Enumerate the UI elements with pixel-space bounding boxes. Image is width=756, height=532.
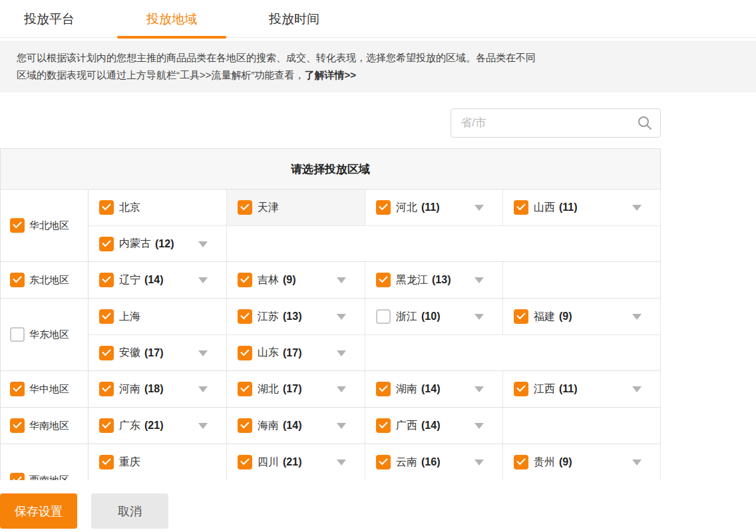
chevron-down-icon[interactable] xyxy=(337,350,346,356)
province-cell[interactable]: 吉林(9) xyxy=(227,262,365,298)
chevron-down-icon[interactable] xyxy=(474,423,484,429)
chevron-down-icon[interactable] xyxy=(198,423,208,429)
province-cell[interactable]: 江苏(13) xyxy=(227,299,365,334)
province-cell[interactable]: 辽宁(14) xyxy=(89,262,227,298)
province-cell[interactable]: 天津 xyxy=(227,190,365,225)
province-cell[interactable]: 北京 xyxy=(89,190,227,225)
province-checkbox[interactable] xyxy=(99,309,114,324)
chevron-down-icon[interactable] xyxy=(337,386,346,392)
province-cell[interactable]: 四川(21) xyxy=(227,444,365,480)
province-checkbox[interactable] xyxy=(376,455,391,469)
chevron-down-icon[interactable] xyxy=(474,386,484,392)
province-checkbox[interactable] xyxy=(238,346,252,360)
province-checkbox[interactable] xyxy=(99,346,114,360)
chevron-down-icon[interactable] xyxy=(337,277,346,283)
province-cell[interactable]: 内蒙古(12) xyxy=(89,226,227,261)
province-checkbox[interactable] xyxy=(99,200,114,215)
province-checkbox[interactable] xyxy=(376,273,391,287)
region-cell[interactable]: 华东地区 xyxy=(1,299,89,370)
province-checkbox[interactable] xyxy=(99,382,114,396)
chevron-down-icon[interactable] xyxy=(198,277,208,283)
chevron-down-icon[interactable] xyxy=(198,350,208,356)
chevron-down-icon[interactable] xyxy=(632,386,642,392)
province-cell[interactable]: 湖北(17) xyxy=(227,371,365,407)
search-input[interactable] xyxy=(451,108,661,138)
province-cell[interactable]: 云南(16) xyxy=(365,444,503,480)
region-checkbox[interactable] xyxy=(10,327,25,342)
province-checkbox[interactable] xyxy=(514,455,528,469)
chevron-down-icon[interactable] xyxy=(337,314,346,320)
chevron-down-icon[interactable] xyxy=(632,205,642,211)
province-checkbox[interactable] xyxy=(376,309,391,324)
province-cell[interactable]: 山西(11) xyxy=(503,190,661,225)
save-settings-button[interactable]: 保存设置 xyxy=(0,493,77,529)
province-checkbox[interactable] xyxy=(376,418,391,433)
province-checkbox[interactable] xyxy=(376,200,391,215)
province-checkbox[interactable] xyxy=(514,382,528,396)
region-cell[interactable]: 华中地区 xyxy=(1,371,89,407)
province-cell[interactable]: 海南(14) xyxy=(227,408,365,444)
province-cell[interactable]: 黑龙江(13) xyxy=(365,262,503,298)
tab-placement-platform[interactable]: 投放平台 xyxy=(20,0,79,38)
region-row: 华南地区广东(21)海南(14)广西(14) xyxy=(1,408,660,444)
province-cell[interactable]: 湖南(14) xyxy=(365,371,503,407)
chevron-down-icon[interactable] xyxy=(337,460,346,466)
region-cell[interactable]: 华北地区 xyxy=(1,190,89,261)
province-checkbox[interactable] xyxy=(99,455,114,469)
chevron-down-icon[interactable] xyxy=(337,423,346,429)
province-checkbox[interactable] xyxy=(514,200,528,215)
province-cell[interactable]: 福建(9) xyxy=(503,299,661,334)
chevron-down-icon[interactable] xyxy=(198,386,208,392)
region-cell[interactable]: 华南地区 xyxy=(1,408,89,444)
province-checkbox[interactable] xyxy=(238,382,252,396)
province-checkbox[interactable] xyxy=(238,309,252,324)
region-checkbox[interactable] xyxy=(10,418,25,433)
province-cell[interactable]: 江西(11) xyxy=(503,371,661,407)
region-checkbox[interactable] xyxy=(10,382,25,396)
tab-placement-region[interactable]: 投放地域 xyxy=(142,0,201,38)
province-count: (17) xyxy=(283,347,301,359)
chevron-down-icon[interactable] xyxy=(474,460,484,466)
chevron-down-icon[interactable] xyxy=(632,314,642,320)
search-row xyxy=(0,108,661,138)
province-label: 浙江 xyxy=(396,310,417,324)
province-checkbox[interactable] xyxy=(99,418,114,433)
province-cell[interactable]: 山东(17) xyxy=(227,335,365,370)
province-label: 黑龙江 xyxy=(396,273,428,287)
province-checkbox[interactable] xyxy=(99,237,114,251)
chevron-down-icon[interactable] xyxy=(198,241,208,247)
province-label: 山西 xyxy=(534,201,555,215)
province-count: (9) xyxy=(283,274,296,286)
province-checkbox[interactable] xyxy=(99,273,114,287)
province-count: (11) xyxy=(559,201,578,213)
province-checkbox[interactable] xyxy=(514,309,528,324)
province-checkbox[interactable] xyxy=(376,382,391,396)
province-cell[interactable]: 上海 xyxy=(89,299,227,334)
region-checkbox[interactable] xyxy=(10,218,25,233)
province-label: 江苏 xyxy=(258,310,279,324)
province-cell[interactable]: 河北(11) xyxy=(365,190,503,225)
learn-more-link[interactable]: 了解详情>> xyxy=(305,69,357,80)
region-cell[interactable]: 东北地区 xyxy=(1,262,89,298)
province-checkbox[interactable] xyxy=(238,273,252,287)
chevron-down-icon[interactable] xyxy=(632,460,642,466)
search-icon[interactable] xyxy=(637,115,653,131)
tab-placement-time[interactable]: 投放时间 xyxy=(265,0,323,38)
province-checkbox[interactable] xyxy=(238,200,252,215)
province-cell[interactable]: 浙江(10) xyxy=(365,299,503,334)
province-cell[interactable]: 安徽(17) xyxy=(89,335,227,370)
province-cell[interactable]: 河南(18) xyxy=(89,371,227,407)
province-cell[interactable]: 贵州(9) xyxy=(503,444,661,480)
province-cell[interactable]: 广东(21) xyxy=(89,408,227,444)
province-cell[interactable]: 重庆 xyxy=(89,444,227,480)
province-cell[interactable]: 广西(14) xyxy=(365,408,503,444)
province-lines: 辽宁(14)吉林(9)黑龙江(13) xyxy=(89,262,660,298)
cancel-button[interactable]: 取消 xyxy=(91,493,168,529)
chevron-down-icon[interactable] xyxy=(474,277,484,283)
province-checkbox[interactable] xyxy=(238,418,252,433)
province-checkbox[interactable] xyxy=(238,455,252,469)
chevron-down-icon[interactable] xyxy=(474,205,484,211)
region-checkbox[interactable] xyxy=(10,273,25,287)
region-label: 华北地区 xyxy=(29,219,69,232)
chevron-down-icon[interactable] xyxy=(474,314,484,320)
